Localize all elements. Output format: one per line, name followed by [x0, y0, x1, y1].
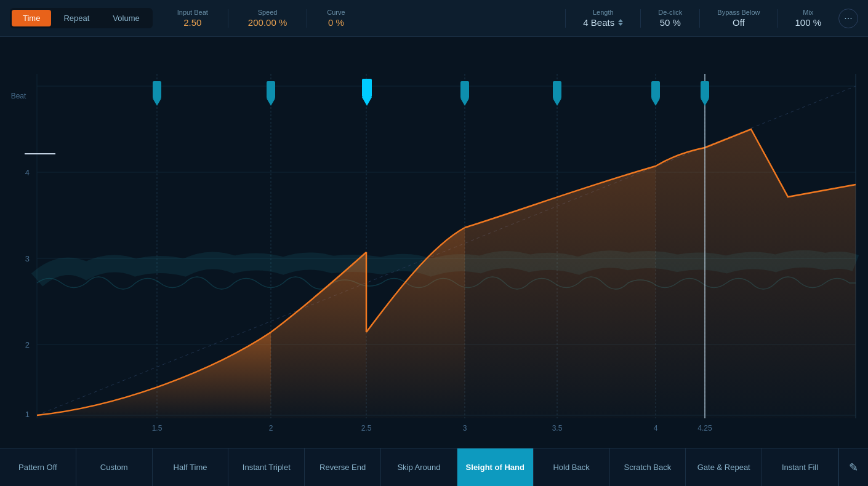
more-options-button[interactable]: ···: [838, 9, 858, 28]
svg-rect-38: [553, 81, 561, 98]
preset-custom[interactable]: Custom: [76, 448, 153, 486]
bottom-bar: Pattern Off Custom Half Time Instant Tri…: [0, 448, 868, 486]
svg-text:1.5: 1.5: [152, 424, 163, 432]
param-bypass: Bypass Below Off: [717, 9, 760, 28]
speed-value: 200.00 %: [248, 17, 287, 28]
header: Time Repeat Volume Input Beat 2.50 Speed…: [0, 0, 868, 37]
param-input-beat: Input Beat 2.50: [177, 9, 208, 28]
declick-value: 50 %: [660, 17, 681, 28]
preset-sleight-of-hand[interactable]: Sleight of Hand: [457, 448, 534, 486]
param-length: Length 4 Beats: [583, 9, 623, 28]
mix-value: 100 %: [795, 17, 821, 28]
param-curve: Curve 0 %: [327, 9, 345, 28]
tab-repeat[interactable]: Repeat: [52, 10, 100, 26]
svg-rect-34: [362, 79, 372, 97]
svg-text:2: 2: [25, 340, 30, 349]
preset-instant-triplet[interactable]: Instant Triplet: [228, 448, 305, 486]
param-declick: De-click 50 %: [658, 9, 682, 28]
preset-reverse-end[interactable]: Reverse End: [305, 448, 381, 486]
svg-text:2: 2: [269, 424, 273, 432]
length-down-arrow[interactable]: [618, 23, 623, 26]
divider-3: [565, 9, 566, 28]
param-speed: Speed 200.00 %: [248, 9, 287, 28]
preset-pattern-off[interactable]: Pattern Off: [0, 448, 76, 486]
tab-time[interactable]: Time: [12, 10, 51, 26]
divider-4: [640, 9, 641, 28]
svg-rect-30: [153, 81, 161, 98]
length-up-arrow[interactable]: [618, 19, 623, 22]
preset-half-time[interactable]: Half Time: [153, 448, 229, 486]
length-label: Length: [593, 9, 614, 16]
svg-text:3: 3: [463, 424, 467, 432]
curve-value: 0 %: [328, 17, 344, 28]
svg-rect-40: [651, 81, 660, 98]
svg-rect-36: [460, 81, 469, 98]
edit-button[interactable]: ✎: [838, 448, 868, 486]
preset-scratch-back[interactable]: Scratch Back: [610, 448, 686, 486]
declick-label: De-click: [658, 9, 682, 16]
header-params: Input Beat 2.50 Speed 200.00 % Curve 0 %…: [177, 9, 858, 28]
mix-label: Mix: [803, 9, 813, 16]
svg-text:4: 4: [25, 168, 30, 177]
svg-text:3: 3: [25, 254, 30, 263]
svg-text:Beat: Beat: [11, 92, 26, 100]
curve-label: Curve: [327, 9, 345, 16]
length-value: 4 Beats: [583, 17, 614, 28]
preset-skip-around[interactable]: Skip Around: [381, 448, 457, 486]
svg-text:4.25: 4.25: [697, 424, 712, 432]
input-beat-label: Input Beat: [177, 9, 208, 16]
preset-instant-fill[interactable]: Instant Fill: [762, 448, 838, 486]
svg-rect-42: [701, 81, 709, 98]
preset-hold-back[interactable]: Hold Back: [534, 448, 610, 486]
tab-volume[interactable]: Volume: [102, 10, 150, 26]
canvas-area[interactable]: 4 3 2 1 Beat 1.5 2 2.5 3 3.5 4 4.25: [0, 37, 868, 448]
length-stepper[interactable]: [618, 19, 623, 26]
main-canvas: 4 3 2 1 Beat 1.5 2 2.5 3 3.5 4 4.25: [0, 37, 868, 448]
edit-icon: ✎: [849, 461, 858, 474]
param-mix: Mix 100 %: [795, 9, 821, 28]
tab-group: Time Repeat Volume: [10, 8, 153, 28]
svg-text:4: 4: [654, 424, 658, 432]
svg-text:3.5: 3.5: [552, 424, 563, 432]
svg-rect-32: [267, 81, 275, 98]
divider-6: [777, 9, 778, 28]
bypass-value: Off: [733, 17, 745, 28]
speed-label: Speed: [258, 9, 278, 16]
svg-text:2.5: 2.5: [361, 424, 372, 432]
divider-1: [228, 9, 228, 28]
divider-2: [307, 9, 307, 28]
preset-gate-repeat[interactable]: Gate & Repeat: [686, 448, 762, 486]
svg-text:1: 1: [25, 410, 30, 419]
bypass-label: Bypass Below: [717, 9, 760, 16]
input-beat-value: 2.50: [183, 17, 201, 28]
divider-5: [699, 9, 700, 28]
